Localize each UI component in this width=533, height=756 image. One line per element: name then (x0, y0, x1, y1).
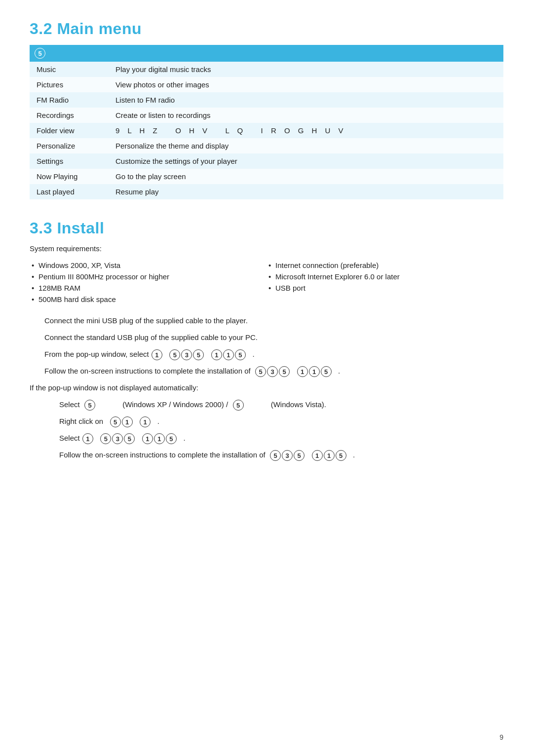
menu-item-name: Music (30, 62, 109, 77)
badge-1b: 1 (211, 349, 222, 360)
badge-3a: 3 (181, 349, 192, 360)
system-req-label: System requirements: (30, 244, 503, 253)
badge-5a: 5 (169, 349, 180, 360)
badge-1i: 1 (142, 433, 153, 444)
step-3: From the pop-up window, select 1 535 115… (30, 348, 503, 360)
requirements-right: Internet connection (preferable)Microsof… (266, 260, 503, 305)
menu-header: 5 (30, 45, 503, 62)
section-32-title: 3.2 Main menu (30, 20, 503, 38)
menu-item-name: Now Playing (30, 169, 109, 184)
badge-5k: 5 (124, 433, 135, 444)
section-33-title: 3.3 Install (30, 219, 503, 237)
badge-5d: 5 (255, 366, 266, 377)
step-5a: Select 5 (Windows XP / Windows 2000) / 5… (30, 399, 503, 411)
req-item: Windows 2000, XP, Vista (30, 260, 266, 271)
menu-item-desc: Create or listen to recordings (109, 108, 503, 123)
badge-5n: 5 (294, 450, 305, 461)
step-5d: Follow the on-screen instructions to com… (30, 449, 503, 461)
badge-5e: 5 (279, 366, 290, 377)
badge-5l: 5 (166, 433, 177, 444)
badge-1e: 1 (309, 366, 320, 377)
menu-item-desc: 9 L H Z O H V L Q I R O G H U V (109, 123, 503, 138)
badge-5o: 5 (336, 450, 346, 461)
req-item: USB port (266, 282, 503, 294)
menu-item-desc: Listen to FM radio (109, 92, 503, 108)
menu-item-desc: View photos or other images (109, 77, 503, 92)
req-item: Microsoft Internet Explorer 6.0 or later (266, 271, 503, 282)
menu-item-name: FM Radio (30, 92, 109, 108)
menu-item-desc: Personalize the theme and display (109, 138, 503, 153)
req-item: 128MB RAM (30, 282, 266, 294)
badge-5i: 5 (110, 416, 121, 427)
req-item: Pentium III 800MHz processor or higher (30, 271, 266, 282)
step-4: Follow the on-screen instructions to com… (30, 365, 503, 377)
badge-5b: 5 (193, 349, 204, 360)
step-5b: Right click on 51 1 . (30, 416, 503, 427)
menu-item-name: Pictures (30, 77, 109, 92)
step-1: Connect the mini USB plug of the supplie… (30, 315, 503, 327)
menu-item-name: Recordings (30, 108, 109, 123)
main-menu-table: 5 MusicPlay your digital music tracksPic… (30, 45, 503, 199)
menu-item-name: Settings (30, 153, 109, 169)
badge-1j: 1 (154, 433, 165, 444)
req-item: Internet connection (preferable) (266, 260, 503, 271)
step-5c: Select 1 535 115 . (30, 432, 503, 444)
menu-item-desc: Customize the settings of your player (109, 153, 503, 169)
menu-item-desc: Go to the play screen (109, 169, 503, 184)
page-number: 9 (499, 733, 503, 741)
menu-item-name: Last played (30, 184, 109, 199)
badge-5f: 5 (321, 366, 332, 377)
badge-1: 1 (152, 349, 162, 360)
badge-1k: 1 (312, 450, 323, 461)
badge-1c: 1 (223, 349, 234, 360)
badge-5m: 5 (270, 450, 281, 461)
install-steps: Connect the mini USB plug of the supplie… (30, 315, 503, 461)
badge-5j: 5 (100, 433, 111, 444)
menu-item-name: Personalize (30, 138, 109, 153)
badge-3c: 3 (112, 433, 123, 444)
badge-1h: 1 (82, 433, 93, 444)
badge-5h: 5 (233, 400, 244, 411)
badge-5c: 5 (235, 349, 246, 360)
req-item: 500MB hard disk space (30, 294, 266, 305)
step-5-header: If the pop-up window is not displayed au… (30, 382, 503, 394)
requirements-list: Windows 2000, XP, VistaPentium III 800MH… (30, 260, 503, 305)
requirements-left: Windows 2000, XP, VistaPentium III 800MH… (30, 260, 266, 305)
menu-item-desc: Play your digital music tracks (109, 62, 503, 77)
badge-1d: 1 (297, 366, 308, 377)
header-badge: 5 (35, 48, 45, 59)
badge-5g: 5 (84, 400, 95, 411)
menu-item-name: Folder view (30, 123, 109, 138)
badge-1g: 1 (140, 416, 151, 427)
badge-1l: 1 (324, 450, 335, 461)
badge-3b: 3 (267, 366, 278, 377)
menu-item-desc: Resume play (109, 184, 503, 199)
step-2: Connect the standard USB plug of the sup… (30, 332, 503, 343)
section-33: 3.3 Install System requirements: Windows… (30, 219, 503, 461)
badge-3d: 3 (282, 450, 293, 461)
badge-1f: 1 (122, 416, 133, 427)
